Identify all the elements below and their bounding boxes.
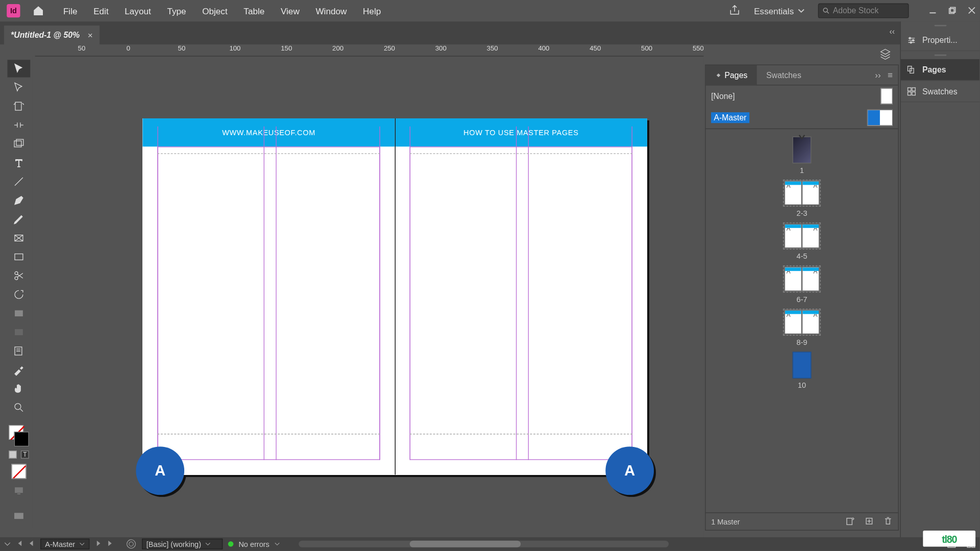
master-spread[interactable]: WWW.MAKEUSEOF.COM HOW TO USE MASTER PAGE…	[142, 118, 647, 475]
ruler-tick: 400	[538, 44, 549, 52]
menu-file[interactable]: File	[55, 0, 85, 21]
home-button[interactable]	[28, 2, 48, 20]
ruler-tick: 500	[641, 44, 652, 52]
page-tool[interactable]	[7, 97, 30, 115]
fill-stroke-indicator[interactable]	[7, 423, 30, 447]
pen-tool[interactable]	[7, 192, 30, 209]
free-transform-tool[interactable]	[7, 286, 30, 303]
master-a-thumb	[867, 110, 893, 126]
horizontal-scrollbar[interactable]	[299, 541, 669, 547]
svg-point-21	[912, 39, 914, 41]
next-page-button[interactable]	[94, 540, 101, 548]
canvas-area[interactable]: 50050100150200250300350400450500550 WWW.…	[35, 44, 704, 541]
panel-tab-swatches-label: Swatches	[766, 70, 801, 80]
share-icon[interactable]	[728, 4, 741, 18]
close-button[interactable]	[968, 6, 975, 16]
left-page[interactable]: WWW.MAKEUSEOF.COM	[142, 118, 395, 475]
formatting-text-icon[interactable]: T	[21, 450, 29, 459]
svg-rect-4	[14, 141, 21, 147]
expand-panels-icon[interactable]: ‹‹	[889, 27, 895, 36]
menu-bar: Id FileEditLayoutTypeObjectTableViewWind…	[0, 0, 979, 21]
note-tool[interactable]	[7, 342, 30, 360]
document-tab[interactable]: *Untitled-1 @ 50% ×	[4, 26, 100, 44]
diamond-icon	[715, 71, 722, 78]
new-page-icon[interactable]	[865, 516, 874, 527]
properties-panel-button[interactable]: Properti...	[901, 30, 979, 51]
menu-window[interactable]: Window	[308, 0, 355, 21]
type-tool[interactable]	[7, 154, 30, 171]
page-thumb-label: 6-7	[797, 295, 807, 304]
apply-none-icon[interactable]	[11, 464, 26, 479]
chevron-down-icon[interactable]	[275, 541, 280, 547]
view-mode-toggle[interactable]	[7, 482, 30, 499]
rectangle-tool[interactable]	[7, 248, 30, 265]
formatting-container-icon[interactable]	[9, 450, 17, 459]
search-input[interactable]: Adobe Stock	[818, 4, 909, 18]
collapse-panel-icon[interactable]: ››	[875, 70, 880, 80]
menu-view[interactable]: View	[273, 0, 307, 21]
line-tool[interactable]	[7, 173, 30, 190]
screen-mode-button[interactable]	[7, 508, 30, 525]
menu-help[interactable]: Help	[355, 0, 389, 21]
page-thumb[interactable]: 8-9	[783, 309, 821, 346]
delete-page-icon[interactable]	[884, 516, 893, 527]
preflight-profile-selector[interactable]: [Basic] (working)	[142, 539, 223, 549]
minimize-button[interactable]	[929, 6, 936, 16]
status-bar: A-Master [Basic] (working) No errors	[0, 537, 979, 550]
master-none-row[interactable]: [None]	[706, 85, 898, 107]
close-tab-icon[interactable]: ×	[88, 30, 93, 40]
gradient-feather-tool[interactable]	[7, 323, 30, 341]
stroke-swatch[interactable]	[14, 432, 29, 446]
swatches-panel-button[interactable]: Swatches	[901, 81, 979, 102]
menu-type[interactable]: Type	[159, 0, 194, 21]
svg-rect-5	[16, 139, 23, 145]
gradient-swatch-tool[interactable]	[7, 305, 30, 322]
current-page-label: A-Master	[45, 540, 75, 548]
page-thumb[interactable]: 4-5	[783, 222, 821, 260]
page-selector[interactable]: A-Master	[40, 539, 89, 549]
maximize-button[interactable]	[948, 6, 955, 16]
ruler-tick: 150	[281, 44, 292, 52]
menu-table[interactable]: Table	[236, 0, 273, 21]
panel-tab-pages[interactable]: Pages	[706, 65, 757, 85]
preflight-status-dot	[228, 541, 233, 547]
prev-page-button[interactable]	[28, 540, 35, 548]
edit-page-size-icon[interactable]	[846, 516, 855, 527]
pages-panel-button[interactable]: Pages	[901, 59, 979, 81]
page-thumb[interactable]: 1	[793, 137, 812, 174]
hand-tool[interactable]	[7, 380, 30, 397]
ruler-tick: 100	[229, 44, 240, 52]
page-thumb[interactable]: 2-3	[783, 180, 821, 217]
menu-object[interactable]: Object	[194, 0, 235, 21]
menu-edit[interactable]: Edit	[85, 0, 116, 21]
content-collector-tool[interactable]	[7, 135, 30, 153]
pencil-tool[interactable]	[7, 211, 30, 228]
workspace-selector[interactable]: Essentials	[749, 6, 810, 16]
scissors-tool[interactable]	[7, 267, 30, 284]
pages-list[interactable]: 12-34-56-78-910	[706, 133, 898, 511]
selection-tool[interactable]	[7, 60, 30, 77]
page-number-circle-right[interactable]: A	[605, 446, 654, 495]
last-page-button[interactable]	[107, 540, 113, 548]
svg-rect-28	[912, 92, 915, 95]
panel-menu-icon[interactable]: ≡	[888, 70, 893, 80]
master-a-row[interactable]: A-Master	[706, 107, 898, 129]
menu-layout[interactable]: Layout	[116, 0, 159, 21]
first-page-button[interactable]	[16, 540, 23, 548]
page-thumb[interactable]: 10	[793, 352, 812, 389]
rectangle-frame-tool[interactable]	[7, 229, 30, 246]
direct-selection-tool[interactable]	[7, 79, 30, 96]
svg-rect-27	[908, 92, 911, 95]
panel-tab-swatches[interactable]: Swatches	[757, 65, 811, 85]
eyedropper-tool[interactable]	[7, 361, 30, 379]
gap-tool[interactable]	[7, 116, 30, 134]
zoom-tool[interactable]	[7, 399, 30, 416]
page-number-circle-left[interactable]: A	[136, 446, 184, 495]
chevron-down-icon[interactable]	[4, 541, 11, 547]
page-thumb[interactable]: 6-7	[783, 266, 821, 304]
preflight-icon[interactable]	[126, 539, 136, 549]
layers-panel-button[interactable]	[876, 44, 895, 63]
ruler-tick: 250	[384, 44, 395, 52]
right-page[interactable]: HOW TO USE MASTER PAGES	[395, 118, 647, 475]
page-thumb-label: 10	[798, 381, 806, 389]
